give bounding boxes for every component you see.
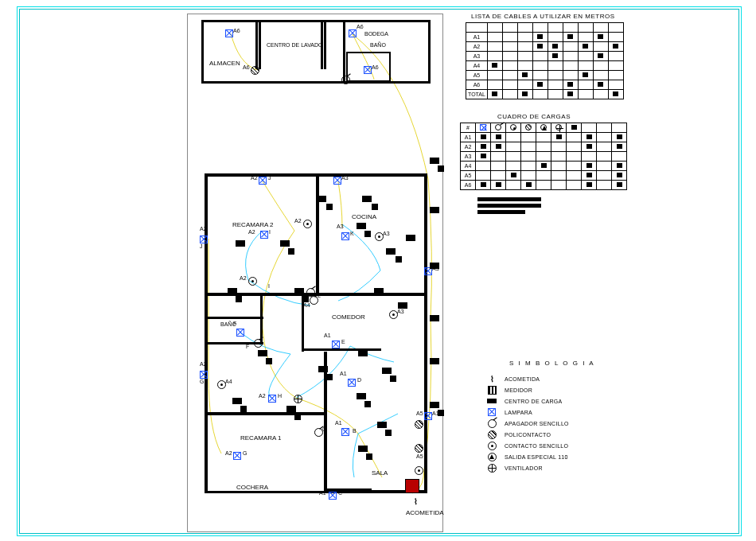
room-label-recamara1: RECAMARA 1 [240,434,282,442]
circuit-tag: I [269,229,271,235]
circuit-tag: F [233,321,236,326]
table-cargas-title: CUADRO DE CARGAS [497,113,571,120]
row-label: A4 [461,162,476,171]
circuit-tag: A2 [240,275,247,281]
contacto-icon [485,441,498,450]
circuit-tag: H [278,393,282,399]
medidor-icon [405,479,419,493]
circuit-tag: G [243,450,247,456]
wall [324,352,327,490]
legend-row-centro-carga: CENTRO DE CARGA [485,395,637,407]
circuit-tag: C [322,426,326,432]
circuit-tag: A5 [416,453,423,459]
contact-icon [415,466,423,477]
lamp-icon [348,379,356,388]
lamp-icon [259,177,267,186]
row-label: A4 [466,61,488,71]
lamp-icon [364,66,372,76]
lamp-icon [233,452,241,461]
utility-building: ALMACEN CENTRO DE LAVADO BAÑO BODEGA A6 … [201,20,431,84]
room-label-bano-top: BAÑO [370,42,386,48]
room-label-almacen: ALMACEN [209,60,240,67]
lamp-icon [236,329,244,338]
policontacto-icon [415,420,423,430]
lamp-icon [329,492,337,501]
simbologia-title: S I M B O L O G I A [509,360,661,367]
legend-row-lampara: LAMPARA [485,407,637,418]
circuit-tag: D [357,377,361,383]
circuit-tag: K [350,231,354,236]
room-label-comedor: COMEDOR [332,313,365,321]
circuit-tag: J [200,243,203,249]
summary-bar [477,204,541,208]
circuit-tag: A1 [319,490,326,496]
wall [343,21,345,82]
lamp-icon [225,29,233,39]
circuit-tag: J [268,175,271,181]
contact-icon [248,277,257,287]
contact-icon [303,220,312,230]
lamp-icon [268,395,276,404]
circuit-tag: A2 [200,361,207,367]
table-cables-title: LISTA DE CABLES A UTILIZAR EN METROS [471,13,615,20]
circuit-tag: A4 [303,302,310,308]
table-cargas: # A1 A2 A3 A4 A5 A6 [460,123,627,190]
apagador-icon [254,339,263,349]
wall [208,317,263,319]
wall [208,412,324,415]
lamp-icon [260,231,268,240]
row-label: A5 [461,171,476,181]
wall [302,348,381,351]
room-label-cochera: COCHERA [236,484,268,491]
circuit-tag: G [200,379,204,384]
legend-row-ventilador: VENTILADOR [485,462,637,473]
wall [255,21,258,69]
policontacto-icon [485,430,498,439]
circuit-tag: A2 [248,229,255,235]
apagador-icon [341,76,350,86]
lamp-icon [332,341,340,350]
circuit-tag: A6 [233,28,240,33]
circuit-tag: A3 [341,175,349,181]
ventilador-icon [485,463,498,473]
circuit-tag: A4 [225,379,232,384]
row-label: A5 [466,71,488,80]
row-label: A1 [461,133,476,142]
row-label: A2 [466,42,488,52]
table-cables: A1 A2 A3 A4 A5 A6 TOTAL [466,22,624,99]
circuit-tag: A1 [324,333,331,338]
room-label-recamara2: RECAMARA 2 [232,221,274,228]
wall [316,177,319,296]
circuit-tag: L [318,293,321,298]
row-label: A6 [461,181,476,190]
circuit-tag: A2 [200,226,207,232]
circuit-tag: A6 [372,64,379,70]
circuit-tag: C [338,490,342,496]
room-label-cocina: COCINA [352,213,376,220]
legend-row-acometida: ⌇ACOMETIDA [485,373,637,384]
lamp-icon [349,29,357,39]
room-label-sala: SALA [372,469,388,477]
summary-bar [477,197,541,201]
legend-row-salida110: SALIDA ESPECIAL 110 [485,451,637,462]
row-label: A1 [466,33,488,42]
lamp-icon [341,428,349,438]
lamp-icon [485,407,498,417]
acometida-icon: ⌇ [485,374,498,383]
circuit-tag: A1 [340,371,347,376]
circuit-tag: A3 [383,231,390,236]
circuit-tag: A2 [294,218,302,224]
circuit-tag: E [341,339,345,344]
circuit-tag: A1 [335,420,342,426]
apagador-icon [485,418,498,428]
circuit-tag: A2 [225,450,232,456]
row-label: TOTAL [466,90,488,99]
ventilador-icon [294,395,302,405]
centro-carga-icon [485,396,498,406]
circuit-tag: A6 [243,64,250,70]
page: ALMACEN CENTRO DE LAVADO BAÑO BODEGA A6 … [0,0,756,541]
col-header: # [461,123,476,133]
legend-row-apagador: APAGADOR SENCILLO [485,418,637,429]
legend-row-medidor: MEDIDOR [485,384,637,395]
circuit-tag: I [268,283,270,289]
